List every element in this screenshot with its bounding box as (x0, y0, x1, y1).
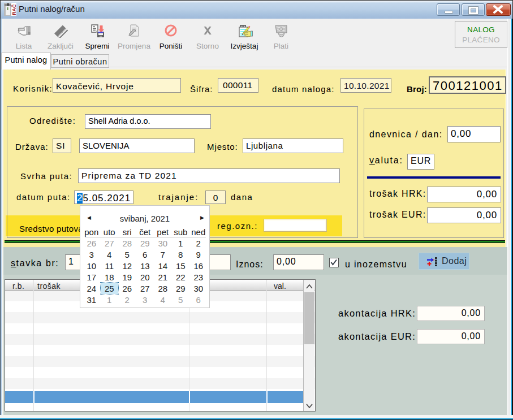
svg-text:RAČ: RAČ (11, 4, 16, 15)
